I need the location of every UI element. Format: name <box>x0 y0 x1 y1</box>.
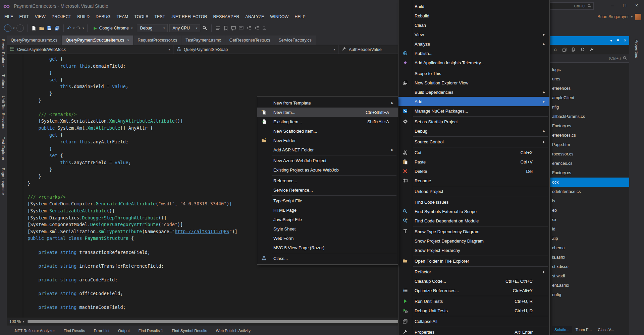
menu-item-debug-unit-tests[interactable]: Debug Unit TestsCtrl+U, D <box>398 306 549 315</box>
menu-item-existing-project-as-azure-webjob[interactable]: Existing Project as Azure WebJob <box>257 165 398 175</box>
panel-tab-team-e[interactable]: Team E... <box>573 326 595 333</box>
menu-item-html-page[interactable]: HTML Page <box>257 205 398 215</box>
navigate-backward-icon[interactable]: ← <box>4 24 11 32</box>
editor-tab-testpayment-asmx[interactable]: TestPayment.asmx <box>181 36 225 45</box>
editor-tab-querypayments-asmx-cs[interactable]: QueryPayments.asmx.cs <box>7 36 61 45</box>
menu-item-paste[interactable]: PasteCtrl+V <box>398 157 549 166</box>
menu-item-source-control[interactable]: Source Control▶ <box>398 137 549 146</box>
bottom-tab-error-list[interactable]: Error List <box>89 327 114 334</box>
menubar-item-project[interactable]: PROJECT <box>49 13 74 21</box>
maximize-button[interactable]: □ <box>619 1 631 10</box>
menu-item-view[interactable]: View▶ <box>398 30 549 39</box>
tree-item[interactable]: eferences.cs <box>550 131 629 140</box>
menu-item-style-sheet[interactable]: Style Sheet <box>257 224 398 233</box>
menu-item-delete[interactable]: DeleteDel <box>398 166 549 176</box>
redo-icon[interactable]: ↷ <box>76 25 80 31</box>
menu-item-add[interactable]: Add▶ <box>398 97 549 106</box>
tree-item[interactable]: ls <box>550 196 629 206</box>
refresh-icon[interactable] <box>580 47 585 52</box>
menu-item-add-asp-net-folder[interactable]: Add ASP.NET Folder▶ <box>257 145 398 154</box>
menu-item-unload-project[interactable]: Unload Project <box>398 187 549 196</box>
navigate-backward-dropdown-icon[interactable]: ▾ <box>13 26 15 30</box>
save-all-icon[interactable] <box>54 25 60 31</box>
panel-tab-class-v[interactable]: Class V... <box>595 326 616 333</box>
menu-item-debug[interactable]: Debug▶ <box>398 126 549 136</box>
close-button[interactable]: × <box>631 1 643 10</box>
menu-item-publish[interactable]: Publish... <box>398 49 549 58</box>
side-tab-unit-test-sessions[interactable]: Unit Test Sessions <box>1 96 5 129</box>
menu-item-collapse-all[interactable]: Collapse All <box>398 317 549 326</box>
menubar-item-test[interactable]: TEST <box>151 13 168 21</box>
bottom-tab-find-results-1[interactable]: Find Results 1 <box>134 327 168 334</box>
user-account[interactable]: Brian Singarayer ▾ <box>597 12 641 21</box>
start-debugging-button[interactable]: ▶ Google Chrome ▾ <box>91 25 135 31</box>
tree-item[interactable]: st.xdisco <box>550 262 629 271</box>
menu-item-new-scaffolded-item[interactable]: New Scaffolded Item... <box>257 126 398 136</box>
menu-item-class[interactable]: Class... <box>257 254 398 263</box>
menu-item-new-from-template[interactable]: New from Template▶ <box>257 98 398 108</box>
menu-item-clean[interactable]: Clean <box>398 20 549 30</box>
tree-item[interactable]: st.wsdl <box>550 271 629 281</box>
menubar-item-window[interactable]: WINDOW <box>267 13 291 21</box>
tree-item[interactable]: rocessor.cs <box>550 149 629 159</box>
menu-item-add-application-insights-telemetry[interactable]: Add Application Insights Telemetry... <box>398 58 549 67</box>
tree-item[interactable]: Factory.cs <box>550 168 629 178</box>
home-icon[interactable]: ⌂ <box>553 47 558 52</box>
tree-item[interactable]: onfig <box>550 290 629 299</box>
menu-item-refactor[interactable]: Refactor▶ <box>398 267 549 276</box>
tree-item[interactable]: sx <box>550 215 629 224</box>
bottom-tab-find-symbol-results[interactable]: Find Symbol Results <box>167 327 211 334</box>
comment-selection-icon[interactable] <box>230 25 236 31</box>
new-file-icon[interactable] <box>31 25 37 31</box>
editor-tab-requestprocessor-cs[interactable]: RequestProcessor.cs <box>133 36 181 45</box>
menu-item-scope-to-this[interactable]: Scope to This <box>398 69 549 78</box>
find-in-files-icon[interactable] <box>202 25 208 31</box>
uncomment-selection-icon[interactable] <box>238 25 244 31</box>
menu-item-javascript-file[interactable]: JavaScript File <box>257 215 398 224</box>
solution-platform-dropdown[interactable]: Any CPU ▾ <box>169 24 200 32</box>
bottom-tab-output[interactable]: Output <box>114 327 134 334</box>
menubar-item-file[interactable]: FILE <box>1 13 16 21</box>
zoom-control[interactable]: 100 % ▾ <box>9 319 24 324</box>
tree-item[interactable]: ld <box>550 224 629 234</box>
tree-item[interactable]: odeInterface.cs <box>550 187 629 196</box>
tree-item[interactable]: eferences <box>550 84 629 93</box>
scrollbar-thumb[interactable] <box>28 320 401 323</box>
properties-icon[interactable] <box>589 47 594 52</box>
menubar-item-help[interactable]: HELP <box>291 13 309 21</box>
menu-item-set-as-startup-project[interactable]: Set as StartUp Project <box>398 117 549 126</box>
tree-item[interactable]: ures <box>550 74 629 84</box>
tree-item[interactable]: Zip <box>550 234 629 243</box>
menu-item-new-solution-explorer-view[interactable]: New Solution Explorer View <box>398 78 549 87</box>
type-dropdown[interactable]: QueryPaymentSrvSoap ▾ <box>173 45 338 54</box>
tree-item[interactable]: chema <box>550 243 629 253</box>
panel-tab-solutio[interactable]: Solutio... <box>552 326 572 333</box>
project-dropdown[interactable]: CivicaPaymentsWebMock ▾ <box>7 45 173 54</box>
bookmark-icon[interactable] <box>223 25 229 31</box>
menu-item-optimize-references[interactable]: Optimize References...Ctrl+Alt+Y <box>398 286 549 295</box>
menubar-item-analyze[interactable]: ANALYZE <box>242 13 267 21</box>
menubar-item-build[interactable]: BUILD <box>74 13 93 21</box>
attach-to-process-icon[interactable] <box>215 25 221 31</box>
editor-tab-querypaymentstructureitem-cs[interactable]: QueryPaymentStructureItem.cs× <box>62 36 133 45</box>
menu-item-rename[interactable]: Rename <box>398 176 549 185</box>
menu-item-properties[interactable]: PropertiesAlt+Enter <box>398 327 549 335</box>
side-tab-test-explorer[interactable]: Test Explorer <box>1 137 5 160</box>
save-icon[interactable] <box>46 25 52 31</box>
side-tab-server-explorer[interactable]: Server Explorer <box>1 39 5 67</box>
navigate-forward-icon[interactable]: → <box>16 24 24 32</box>
solution-explorer-search-box[interactable]: (Ctrl+;) <box>550 54 629 63</box>
menu-item-show-project-hierarchy[interactable]: Show Project Hierarchy <box>398 246 549 255</box>
solution-configuration-dropdown[interactable]: Debug ▾ <box>137 24 168 32</box>
menubar-item-tools[interactable]: TOOLS <box>131 13 151 21</box>
menu-item-show-project-dependency-diagram[interactable]: Show Project Dependency Diagram <box>398 236 549 246</box>
indent-decrease-icon[interactable] <box>246 25 252 31</box>
menubar-item-team[interactable]: TEAM <box>113 13 131 21</box>
show-all-files-icon[interactable] <box>571 47 576 52</box>
bottom-tab-net-reflector-analyzer[interactable]: .NET Reflector Analyzer <box>9 327 59 334</box>
tree-item[interactable]: nfig <box>550 103 629 112</box>
redo-dropdown-icon[interactable]: ▾ <box>83 26 84 30</box>
menu-item-build[interactable]: Build <box>398 2 549 11</box>
menu-item-mvc-5-view-page-razor[interactable]: MVC 5 View Page (Razor) <box>257 243 398 252</box>
tree-item[interactable]: Page.htm <box>550 140 629 149</box>
